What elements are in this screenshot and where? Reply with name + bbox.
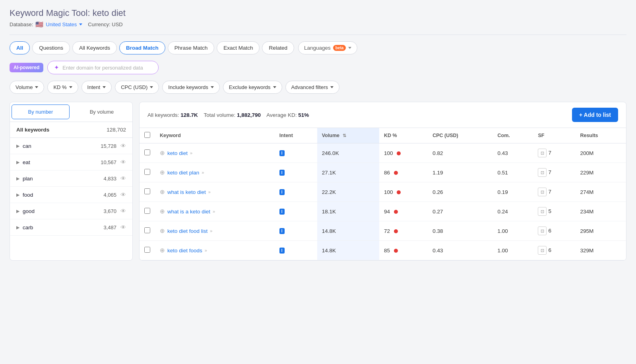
add-keyword-icon[interactable]: ⊕ xyxy=(160,188,165,196)
kd-column-header: KD % xyxy=(379,128,428,143)
intent-cell: I xyxy=(275,202,317,221)
eye-icon[interactable]: 👁 xyxy=(120,224,126,230)
kd-difficulty-indicator xyxy=(394,210,398,214)
add-keyword-icon[interactable]: ⊕ xyxy=(160,149,165,157)
keyword-cell: ⊕ what is a keto diet » xyxy=(155,202,275,221)
filter-kd[interactable]: KD % xyxy=(47,81,78,94)
navigate-icon: » xyxy=(208,190,211,194)
cpc-cell: 0.27 xyxy=(428,202,493,221)
volume-column-header[interactable]: Volume ⇅ xyxy=(317,128,379,143)
sf-cell: ⊡6 xyxy=(533,221,575,241)
list-item[interactable]: ▶ carb 3,487 👁 xyxy=(10,219,132,236)
filter-include-keywords[interactable]: Include keywords xyxy=(162,81,219,94)
list-item[interactable]: ▶ food 4,065 👁 xyxy=(10,187,132,203)
intent-badge: I xyxy=(279,209,285,215)
chevron-down-icon xyxy=(103,86,106,88)
filter-intent[interactable]: Intent xyxy=(81,81,112,94)
intent-badge: I xyxy=(279,189,285,195)
list-item[interactable]: ▶ eat 10,567 👁 xyxy=(10,154,132,170)
row-checkbox[interactable] xyxy=(144,247,150,253)
keyword-link[interactable]: ⊕ what is keto diet » xyxy=(160,188,270,196)
header: Keyword Magic Tool: keto diet Database: … xyxy=(10,8,626,28)
kd-cell: 100 xyxy=(379,182,428,202)
eye-icon[interactable]: 👁 xyxy=(120,208,126,214)
row-checkbox[interactable] xyxy=(144,208,150,214)
navigate-icon: » xyxy=(205,248,207,253)
add-keyword-icon[interactable]: ⊕ xyxy=(160,208,165,215)
keyword-cell: ⊕ keto diet food list » xyxy=(155,221,275,241)
eye-icon[interactable]: 👁 xyxy=(120,192,126,198)
chevron-right-icon: ▶ xyxy=(16,225,19,230)
sf-cell: ⊡7 xyxy=(533,163,575,182)
add-keyword-icon[interactable]: ⊕ xyxy=(160,247,165,254)
row-checkbox-cell xyxy=(140,163,155,182)
row-checkbox[interactable] xyxy=(144,188,150,194)
eye-icon[interactable]: 👁 xyxy=(120,175,126,182)
add-keyword-icon[interactable]: ⊕ xyxy=(160,169,165,176)
tab-questions[interactable]: Questions xyxy=(32,41,70,54)
keyword-link[interactable]: ⊕ keto diet food list » xyxy=(160,227,270,234)
chevron-down-icon xyxy=(330,86,334,88)
filter-exclude-keywords[interactable]: Exclude keywords xyxy=(223,81,282,94)
filter-advanced[interactable]: Advanced filters xyxy=(285,81,340,94)
navigate-icon: » xyxy=(213,209,215,214)
com-column-header: Com. xyxy=(493,128,533,143)
list-item[interactable]: ▶ plan 4,833 👁 xyxy=(10,170,132,187)
com-cell: 1.00 xyxy=(493,221,533,241)
keyword-column-header: Keyword xyxy=(155,128,275,143)
navigate-icon: » xyxy=(190,151,192,155)
chevron-right-icon: ▶ xyxy=(16,176,19,181)
sidebar-tab-by-number[interactable]: By number xyxy=(12,105,70,119)
tab-related[interactable]: Related xyxy=(262,41,294,54)
sparkle-icon: ✦ xyxy=(54,64,59,71)
add-to-list-button[interactable]: + Add to list xyxy=(572,108,618,122)
sf-cell: ⊡7 xyxy=(533,182,575,202)
row-checkbox-cell xyxy=(140,182,155,202)
eye-icon[interactable]: 👁 xyxy=(120,159,126,165)
filter-volume[interactable]: Volume xyxy=(10,81,44,94)
keyword-link[interactable]: ⊕ what is a keto diet » xyxy=(160,208,270,215)
tab-all[interactable]: All xyxy=(10,41,30,54)
tab-broad-match[interactable]: Broad Match xyxy=(119,41,165,54)
results-cell: 274M xyxy=(575,182,626,202)
chevron-down-icon xyxy=(150,86,153,88)
intent-cell: I xyxy=(275,221,317,241)
sf-column-header: SF xyxy=(533,128,575,143)
sf-icon: ⊡ xyxy=(538,149,547,157)
com-cell: 1.00 xyxy=(493,241,533,260)
kd-cell: 86 xyxy=(379,163,428,182)
keyword-cell: ⊕ keto diet foods » xyxy=(155,241,275,260)
intent-cell: I xyxy=(275,163,317,182)
list-item[interactable]: ▶ good 3,670 👁 xyxy=(10,203,132,219)
table-row: ⊕ what is keto diet » I 22.2K 100 0.26 0… xyxy=(140,182,626,202)
keyword-link[interactable]: ⊕ keto diet plan » xyxy=(160,169,270,176)
add-keyword-icon[interactable]: ⊕ xyxy=(160,227,165,234)
tab-exact-match[interactable]: Exact Match xyxy=(217,41,260,54)
cpc-column-header: CPC (USD) xyxy=(428,128,493,143)
table-top-bar: All keywords: 128.7K Total volume: 1,882… xyxy=(140,102,626,128)
filters-row: Volume KD % Intent CPC (USD) Include key… xyxy=(10,81,626,94)
filter-cpc[interactable]: CPC (USD) xyxy=(115,81,159,94)
intent-column-header: Intent xyxy=(275,128,317,143)
main-content: By number By volume All keywords 128,702… xyxy=(10,102,626,261)
row-checkbox[interactable] xyxy=(144,169,150,175)
kd-difficulty-indicator xyxy=(394,229,398,233)
chevron-down-icon xyxy=(348,47,351,49)
select-all-checkbox[interactable] xyxy=(144,132,150,138)
keyword-link[interactable]: ⊕ keto diet » xyxy=(160,149,270,157)
country-selector[interactable]: United States xyxy=(46,21,82,27)
eye-icon[interactable]: 👁 xyxy=(120,143,126,149)
row-checkbox-cell xyxy=(140,143,155,163)
tab-bar: All Questions All Keywords Broad Match P… xyxy=(10,41,626,54)
results-cell: 200M xyxy=(575,143,626,163)
tab-all-keywords[interactable]: All Keywords xyxy=(72,41,117,54)
domain-input[interactable]: ✦ Enter domain for personalized data xyxy=(47,61,159,74)
tab-languages[interactable]: Languages beta xyxy=(298,41,357,54)
volume-cell: 27.1K xyxy=(317,163,379,182)
row-checkbox[interactable] xyxy=(144,227,150,233)
sidebar-tab-by-volume[interactable]: By volume xyxy=(73,105,131,119)
list-item[interactable]: ▶ can 15,728 👁 xyxy=(10,138,132,154)
keyword-link[interactable]: ⊕ keto diet foods » xyxy=(160,247,270,254)
row-checkbox[interactable] xyxy=(144,149,150,155)
tab-phrase-match[interactable]: Phrase Match xyxy=(168,41,214,54)
